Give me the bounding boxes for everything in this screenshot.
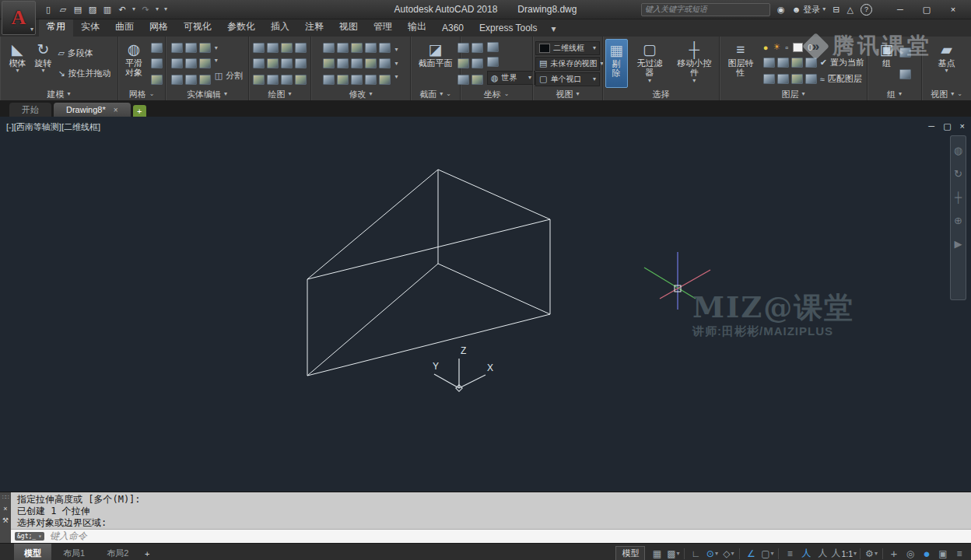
viewport-minimize-icon[interactable]: ─ [928,121,934,131]
solid-editing-grid[interactable] [171,39,211,88]
layer-tools-row[interactable] [763,58,817,68]
command-input[interactable]: &gt;_ ▾ 键入命令 [11,529,971,543]
pan-icon[interactable]: ┼ [955,192,962,202]
chevron-down-icon[interactable]: ▾ [215,58,218,64]
panel-label-view-base[interactable]: 视图 ▾ ⌄ [922,88,971,100]
object-snap-tracking-toggle[interactable]: ∠ [743,546,759,560]
panel-label-draw[interactable]: 绘图 ▾ [249,88,310,100]
snap-mode-toggle[interactable]: ▦ [649,546,664,560]
ortho-mode-toggle[interactable]: ∟ [688,546,703,560]
tab-surface[interactable]: 曲面 [107,18,142,37]
tab-visualize[interactable]: 可视化 [176,18,219,37]
selection-filter-dropdown[interactable]: ▢ 无过滤器 ▾ [632,39,668,88]
customization-menu-button[interactable]: ≡ [952,546,967,560]
panel-label-solid-editing[interactable]: 实体编辑 ▾ [166,88,248,100]
plot-icon[interactable]: ▥ [103,5,112,15]
wedge-button[interactable]: ◣ 楔体 ▾ [6,39,28,88]
group-button[interactable]: ▣ 组 [878,39,896,88]
layer-properties-button[interactable]: ≡ 图层特性 [722,39,759,88]
search-input[interactable]: 键入关键字或短语 [641,3,770,16]
polysolid-button[interactable]: ▱ 多段体 [58,47,93,59]
modify-tools-grid[interactable] [323,39,391,88]
group-tools-grid[interactable] [899,39,911,88]
chevron-down-icon[interactable]: ▾ [156,6,159,12]
navigation-wheel-icon[interactable]: ◍ [954,145,962,156]
draw-tools-grid[interactable] [253,39,307,88]
autodesk-360-icon[interactable]: △ [847,5,854,15]
panel-label-modify[interactable]: 修改 ▾ [311,88,410,100]
panel-label-modeling[interactable]: 建模 ▾ [0,88,117,100]
drag-handle-icon[interactable]: ∷∷ [2,494,9,501]
tab-express-tools[interactable]: Express Tools [471,20,545,37]
model-space-button[interactable]: 模型 [615,546,645,560]
tab-a360[interactable]: A360 [434,20,471,37]
isometric-drafting-toggle[interactable]: ◇▾ [720,546,736,560]
qat-customize-icon[interactable]: ▾ [164,6,167,12]
viewport-config-dropdown[interactable]: ▢ 单个视口 ▾ [535,72,600,86]
panel-label-group[interactable]: 组 ▾ [868,88,921,100]
tab-manage[interactable]: 管理 [366,18,400,37]
ucs-tool[interactable] [487,42,499,52]
graphics-performance-button[interactable]: ● [919,546,934,560]
ucs-world-dropdown[interactable]: ◍ 世界 ▾ [487,71,535,85]
polar-tracking-toggle[interactable]: ⊙▾ [704,546,720,560]
help-icon[interactable]: ? [861,4,872,16]
panel-label-view[interactable]: 视图 ▾ [533,88,602,100]
new-layout-button[interactable]: + [140,544,154,560]
new-file-icon[interactable]: ▯ [44,5,53,15]
redo-icon[interactable]: ↷ [141,5,150,15]
show-motion-icon[interactable]: ▶ [955,239,962,249]
layer-tools-row[interactable] [763,74,817,84]
panel-label-coordinates[interactable]: 坐标 ⌄ [461,88,532,100]
layer-state-row[interactable]: ● ☀ ▫ 0 [763,42,813,52]
panel-label-selection[interactable]: 选择 [603,88,719,100]
named-view-dropdown[interactable]: ▤ 未保存的视图 ▾ [535,57,600,71]
mesh-tools-grid[interactable] [151,39,163,88]
file-tab-start[interactable]: 开始 [9,103,51,117]
panel-label-mesh[interactable]: 网格 ⌄ [118,88,165,100]
clean-screen-button[interactable]: ▣ [935,546,951,560]
object-snap-toggle[interactable]: ▢▾ [759,546,775,560]
grid-display-toggle[interactable]: ▩▾ [665,546,681,560]
tab-overflow-icon[interactable]: ▾ [545,21,563,37]
panel-label-section[interactable]: 截面 ▾ ⌄ [411,88,460,100]
slice-button[interactable]: ◫ 分割 [215,70,243,82]
panel-label-layers[interactable]: 图层 ▾ [720,88,867,100]
sign-in-button[interactable]: ☻ 登录 ▾ [792,4,826,16]
viewport-controls-label[interactable]: [-][西南等轴测][二维线框] [5,121,102,133]
command-line-grip[interactable]: ∷∷ × ⚒ [0,492,11,543]
base-point-button[interactable]: ▰ 基点 ▾ [936,39,958,88]
smooth-object-button[interactable]: ◍ 平滑对象 [121,39,147,88]
auto-scale-toggle[interactable]: 人 [815,546,830,560]
move-gizmo-dropdown[interactable]: ┼ 移动小控件 ▾ [672,39,717,88]
chevron-down-icon[interactable]: ▾ [394,74,398,80]
annotation-visibility-toggle[interactable]: 人 [798,546,814,560]
annotation-monitor-button[interactable]: + [886,546,902,560]
maximize-button[interactable]: ▢ [913,2,940,17]
culling-button[interactable]: ▦ 剔除 [605,39,628,88]
close-button[interactable]: × [940,2,966,17]
open-file-icon[interactable]: ▱ [58,5,68,15]
viewport-restore-icon[interactable]: ▢ [943,121,951,131]
match-layer-button[interactable]: ≈ 匹配图层 [763,73,862,85]
drawing-canvas[interactable]: [-][西南等轴测][二维线框] ─ ▢ × ◍ ↻ ┼ ⊕ ▶ Z Y X M… [0,117,971,492]
ucs-tool[interactable] [487,57,499,67]
tab-home[interactable]: 常用 [39,18,73,37]
chevron-down-icon[interactable]: ▾ [215,45,218,51]
annotation-scale-button[interactable]: 人 1:1 ▾ [831,546,857,560]
minimize-button[interactable]: ─ [887,2,913,17]
tab-view[interactable]: 视图 [331,18,366,37]
tab-solid[interactable]: 实体 [73,18,107,37]
tab-output[interactable]: 输出 [400,18,434,37]
viewport-close-icon[interactable]: × [960,121,965,131]
chevron-down-icon[interactable]: ▾ [394,47,398,53]
tab-insert[interactable]: 插入 [263,18,297,37]
isolate-objects-button[interactable]: ◎ [903,546,918,560]
orbit-icon[interactable]: ↻ [954,169,962,179]
save-as-icon[interactable]: ▨ [88,5,97,15]
workspace-switching-button[interactable]: ⚙▾ [864,546,879,560]
search-icon[interactable]: ◉ [777,5,785,15]
layout-tab-model[interactable]: 模型 [14,544,51,560]
app-store-cart-icon[interactable]: ⊟ [833,5,840,15]
tab-mesh[interactable]: 网格 [142,18,176,37]
